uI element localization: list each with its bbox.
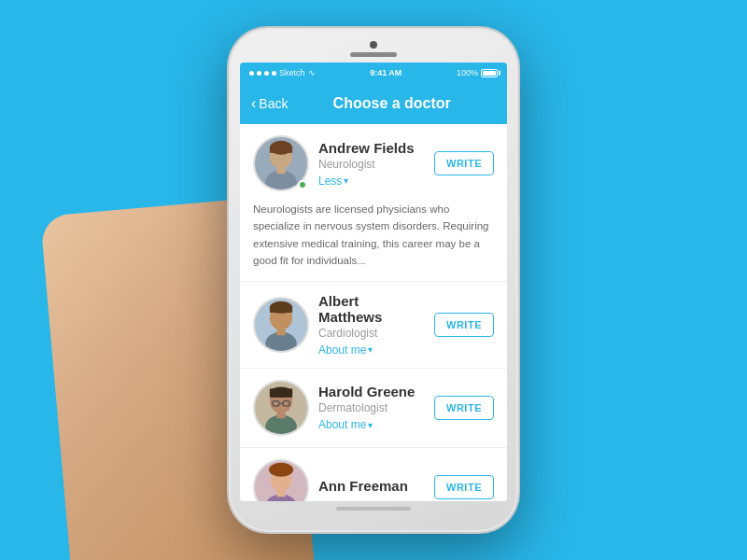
- doctor-card-ann-freeman: Ann Freeman WRITE: [240, 448, 507, 501]
- doctor-header-ann: Ann Freeman WRITE: [253, 459, 494, 501]
- svg-rect-20: [276, 411, 285, 417]
- toggle-row-harold: About me ▾: [318, 418, 425, 431]
- avatar-wrapper: [253, 135, 309, 191]
- doctor-card-harold-greene: Harold Greene Dermatologist About me ▾ W…: [240, 369, 507, 448]
- wifi-icon: ∿: [308, 68, 316, 77]
- back-chevron-icon: ‹: [251, 95, 256, 112]
- online-status-dot: [298, 180, 307, 189]
- camera-dot: [370, 41, 377, 49]
- battery-icon: [481, 69, 498, 77]
- svg-point-15: [270, 386, 292, 397]
- signal-dot-4: [272, 71, 276, 76]
- home-indicator: [336, 507, 411, 511]
- toggle-label-albert[interactable]: About me: [318, 343, 366, 357]
- svg-rect-5: [276, 167, 285, 174]
- doctor-name-andrew: Andrew Fields: [318, 140, 425, 156]
- time-display: 9:41 AM: [370, 68, 402, 77]
- signal-dot-1: [249, 71, 254, 76]
- avatar-ann-freeman: [253, 459, 309, 501]
- doctor-specialty-albert: Cardiologist: [318, 327, 425, 340]
- toggle-arrow-albert: ▾: [368, 344, 373, 355]
- signal-dot-2: [257, 71, 261, 76]
- svg-rect-25: [276, 489, 285, 496]
- doctor-info-ann: Ann Freeman: [318, 478, 425, 496]
- doctor-info-albert: Albert Matthews Cardiologist About me ▾: [318, 293, 425, 357]
- doctor-card-andrew-fields: Andrew Fields Neurologist Less ▾ WRITE N…: [240, 124, 507, 282]
- avatar-wrapper-ann: [253, 459, 309, 501]
- write-button-albert[interactable]: WRITE: [434, 313, 494, 337]
- toggle-arrow-harold: ▾: [368, 420, 373, 430]
- toggle-row-albert: About me ▾: [318, 343, 425, 357]
- doctor-header: Andrew Fields Neurologist Less ▾ WRITE: [253, 135, 494, 191]
- content-area: Andrew Fields Neurologist Less ▾ WRITE N…: [240, 124, 507, 501]
- write-button-ann[interactable]: WRITE: [434, 475, 494, 499]
- doctor-specialty-andrew: Neurologist: [318, 158, 425, 171]
- doctor-info-harold: Harold Greene Dermatologist About me ▾: [318, 384, 425, 431]
- toggle-label-andrew[interactable]: Less: [318, 175, 342, 188]
- avatar-wrapper-harold: [253, 380, 309, 436]
- doctor-name-albert: Albert Matthews: [318, 293, 425, 325]
- speaker-grille: [350, 52, 397, 57]
- avatar-albert-matthews: [253, 297, 309, 353]
- doctor-header-harold: Harold Greene Dermatologist About me ▾ W…: [253, 380, 494, 436]
- doctor-name-harold: Harold Greene: [318, 384, 425, 399]
- phone-screen: Sketch ∿ 9:41 AM 100% ‹ Back Choose a do…: [240, 63, 507, 501]
- scene: Sketch ∿ 9:41 AM 100% ‹ Back Choose a do…: [0, 0, 747, 560]
- write-button-andrew[interactable]: WRITE: [434, 151, 494, 175]
- doctor-bio-andrew: Neurologists are licensed physicians who…: [253, 201, 494, 270]
- battery-percent: 100%: [457, 68, 478, 77]
- phone-top: [234, 37, 513, 63]
- doctor-info-andrew: Andrew Fields Neurologist Less ▾: [318, 140, 425, 188]
- avatar-harold-greene: [253, 380, 309, 436]
- doctor-header-albert: Albert Matthews Cardiologist About me ▾ …: [253, 293, 494, 357]
- status-bar: Sketch ∿ 9:41 AM 100%: [240, 63, 507, 83]
- phone-bottom: [336, 501, 411, 514]
- phone-shell: Sketch ∿ 9:41 AM 100% ‹ Back Choose a do…: [229, 28, 518, 532]
- svg-rect-3: [270, 147, 292, 153]
- status-left: Sketch ∿: [249, 68, 316, 77]
- toggle-arrow-andrew: ▾: [344, 175, 348, 186]
- toggle-row-andrew: Less ▾: [318, 175, 425, 188]
- signal-dot-3: [264, 71, 269, 76]
- svg-point-23: [269, 462, 293, 476]
- back-label: Back: [259, 96, 288, 111]
- back-button[interactable]: ‹ Back: [251, 95, 288, 112]
- svg-rect-9: [270, 307, 292, 313]
- doctor-name-ann: Ann Freeman: [318, 478, 425, 494]
- toggle-label-harold[interactable]: About me: [318, 418, 366, 431]
- page-title: Choose a doctor: [288, 95, 496, 112]
- status-right: 100%: [457, 68, 498, 77]
- write-button-harold[interactable]: WRITE: [434, 396, 494, 420]
- battery-fill: [483, 71, 496, 76]
- nav-bar: ‹ Back Choose a doctor: [240, 83, 507, 124]
- svg-rect-11: [276, 328, 285, 334]
- avatar-wrapper-albert: [253, 297, 309, 353]
- doctor-card-albert-matthews: Albert Matthews Cardiologist About me ▾ …: [240, 282, 507, 369]
- doctor-specialty-harold: Dermatologist: [318, 401, 425, 414]
- carrier-label: Sketch: [279, 68, 305, 77]
